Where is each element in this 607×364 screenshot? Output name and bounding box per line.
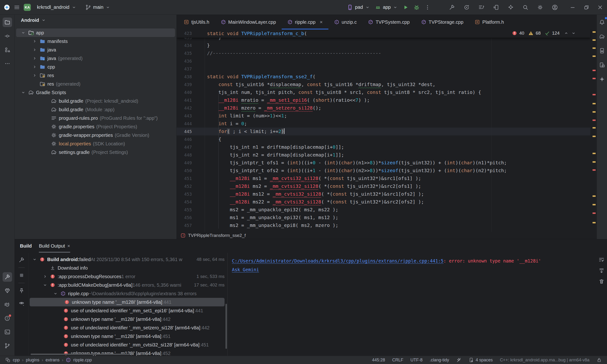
- error-stripe-mark[interactable]: [593, 119, 596, 121]
- device-streaming-button[interactable]: [491, 3, 501, 12]
- account-button[interactable]: [550, 3, 560, 12]
- error-stripe-mark[interactable]: [593, 78, 596, 79]
- tree-item-build-gradle[interactable]: build.gradle(Project: krkrsdl_android): [16, 97, 175, 105]
- module-selector[interactable]: app: [373, 3, 400, 12]
- build-tree-row[interactable]: :app:buildCMakeDebug[arm64-v8a] 146 erro…: [29, 281, 225, 289]
- build-tree-row[interactable]: unknown type name '__m128i' [arm64-v8a] …: [29, 315, 225, 324]
- status-resolve-context[interactable]: C++: krkrsdl_android.app.ma...bug | arm6…: [500, 358, 589, 363]
- run-config-selector[interactable]: pad: [345, 3, 372, 12]
- status-item[interactable]: cpp: [13, 358, 20, 363]
- tree-item-proguard-rules-pro[interactable]: proguard-rules.pro(ProGuard Rules for ":…: [16, 114, 175, 122]
- filter-output-button[interactable]: [17, 298, 26, 308]
- code-line-452[interactable]: 452 __m128i ms2 = _mm_cvtsi32_si128( *(c…: [177, 182, 590, 190]
- tool-window-logcat[interactable]: [3, 300, 12, 309]
- chevron-right-icon[interactable]: [32, 56, 37, 61]
- status-clang-tidy[interactable]: .clang-tidy: [430, 358, 449, 363]
- main-menu-icon[interactable]: [14, 4, 20, 11]
- tool-window-device-manager[interactable]: [597, 46, 607, 55]
- next-problem-icon[interactable]: [571, 31, 576, 36]
- error-stripe-mark[interactable]: [593, 127, 596, 129]
- error-stripe-mark[interactable]: [593, 94, 596, 95]
- build-tree-row[interactable]: :app:processDebugResources 1 error1 sec,…: [29, 272, 225, 281]
- status-caret-position[interactable]: 445:28: [372, 358, 385, 363]
- error-file-link[interactable]: C:/Users/Administrator/Downloads/krkrsdl…: [232, 258, 443, 263]
- code-line-456[interactable]: 456 ms1 = _mm_unpacklo_epi32( ms1, ms12 …: [177, 214, 590, 221]
- build-tree-row[interactable]: use of undeclared identifier '_mm_cvtsi3…: [29, 340, 225, 349]
- error-stripe-mark[interactable]: [593, 55, 596, 57]
- code-editor[interactable]: 433 }434}435//--------------------------…: [177, 29, 596, 232]
- chevron-down-icon[interactable]: [21, 90, 26, 95]
- build-output-tab[interactable]: Build Output×: [39, 239, 70, 253]
- build-tree-row[interactable]: Download info: [29, 264, 225, 272]
- code-line-438[interactable]: 438static void TVPRippleTransform_sse2_f…: [177, 73, 590, 81]
- soft-wrap-button[interactable]: [597, 256, 606, 264]
- rerun-build-button[interactable]: [17, 255, 26, 265]
- build-tree-row[interactable]: unknown type name '__m128i' [arm64-v8a] …: [30, 298, 225, 306]
- chevron-down-icon[interactable]: [42, 282, 48, 288]
- code-line-454[interactable]: 454 __m128i ms22 = _mm_cvtsi32_si128( *(…: [177, 198, 590, 206]
- error-stripe-mark[interactable]: [593, 212, 596, 214]
- close-button[interactable]: [593, 0, 607, 15]
- code-line-455[interactable]: 455 ms2 = _mm_unpacklo_epi32( ms2, ms22 …: [177, 206, 590, 214]
- code-line-453[interactable]: 453 __m128i ms12 = _mm_cvtsi32_si128( *(…: [177, 190, 590, 198]
- error-stripe-mark[interactable]: [593, 70, 596, 71]
- clear-all-button[interactable]: [597, 277, 606, 286]
- status-ai-assistant-off[interactable]: [456, 357, 461, 363]
- status-module[interactable]: [5, 357, 11, 363]
- tool-window-notifications[interactable]: [597, 18, 607, 27]
- code-line-444[interactable]: 444 int i = 0;: [177, 120, 590, 128]
- profiler-button[interactable]: [477, 3, 486, 12]
- build-button[interactable]: [447, 3, 457, 12]
- tree-item-local-properties[interactable]: local.properties(SDK Location): [16, 139, 175, 148]
- tree-item-build-gradle[interactable]: build.gradle(Module :app): [16, 105, 175, 114]
- error-stripe-mark[interactable]: [593, 136, 596, 137]
- chevron-down-icon[interactable]: [53, 291, 58, 296]
- code-line-436[interactable]: 436: [177, 57, 590, 65]
- code-line-449[interactable]: 449 tjs_intptr_t ofs1 = (int)((i+0 - (in…: [177, 159, 590, 167]
- tree-item-manifests[interactable]: manifests: [16, 37, 175, 46]
- code-line-437[interactable]: 437: [177, 65, 590, 73]
- editor-tab-tjsutils-h[interactable]: HtjsUtils.h: [178, 15, 215, 29]
- pin-tab-button[interactable]: [17, 286, 26, 296]
- status-item[interactable]: extrans: [46, 358, 60, 363]
- tool-window-problems[interactable]: [3, 313, 12, 323]
- build-tree-row[interactable]: Build android: failed At 2025/11/30 8:54…: [29, 255, 225, 264]
- settings-button[interactable]: [535, 3, 545, 12]
- code-line-448[interactable]: 448 tjs_int n2 = driftmap[displacemap[i+…: [177, 151, 590, 159]
- build-tree-row[interactable]: use of undeclared identifier '_mm_set1_e…: [29, 306, 225, 315]
- code-line-442[interactable]: 442 __m128i mzero = _mm_setzero_si128();: [177, 104, 590, 112]
- project-selector[interactable]: krkrsdl_android: [35, 3, 79, 12]
- tool-window-build[interactable]: [3, 272, 12, 282]
- tool-window-gradle[interactable]: [597, 32, 607, 41]
- code-line-443[interactable]: 443 int limit = (num>>1)<<1;: [177, 112, 590, 120]
- error-stripe-mark[interactable]: [593, 103, 596, 104]
- tree-item-cpp[interactable]: cpp: [16, 63, 175, 71]
- tool-window-app-quality-insights[interactable]: [3, 286, 12, 296]
- tool-window-resource-manager[interactable]: [3, 45, 12, 54]
- editor-tab-unzip-c[interactable]: Cunzip.c: [328, 15, 362, 29]
- run-button[interactable]: [400, 3, 411, 12]
- editor-tab-platform-h[interactable]: HPlatform.h: [469, 15, 510, 29]
- tree-item-settings-gradle[interactable]: settings.gradle(Project Settings): [16, 148, 175, 156]
- tool-window-commit[interactable]: [3, 31, 12, 41]
- chevron-down-icon[interactable]: [21, 30, 26, 35]
- code-line-435[interactable]: 435//-----------------------------------…: [177, 49, 590, 57]
- editor-tab-tvpstorage-cpp[interactable]: CTVPStorage.cpp: [415, 15, 469, 29]
- chevron-right-icon[interactable]: [32, 39, 37, 44]
- code-line-441[interactable]: 441 __m128i mratio = _mm_set1_epi16( (sh…: [177, 96, 590, 104]
- status-line-separator[interactable]: CRLF: [392, 358, 403, 363]
- error-stripe-mark[interactable]: [593, 111, 596, 113]
- tree-item-gradle-properties[interactable]: gradle.properties(Project Properties): [16, 122, 175, 131]
- code-line-434[interactable]: 434}: [177, 41, 590, 49]
- tree-item-res[interactable]: res: [16, 71, 175, 80]
- editor-tab-mainwindowlayer-cpp[interactable]: CMainWindowLayer.cpp: [215, 15, 282, 29]
- code-line-445[interactable]: 445 for( ; i < limit; i+=2): [177, 128, 590, 135]
- error-stripe-mark[interactable]: [593, 31, 596, 33]
- tree-item-app[interactable]: app: [16, 28, 175, 37]
- chevron-right-icon[interactable]: [42, 274, 48, 279]
- scroll-to-end-button[interactable]: [597, 267, 606, 275]
- chevron-down-icon[interactable]: [41, 18, 46, 23]
- editor-tab-ripple-cpp[interactable]: Cripple.cpp×: [282, 15, 328, 29]
- more-actions-button[interactable]: [422, 3, 433, 12]
- chevron-right-icon[interactable]: [32, 73, 37, 78]
